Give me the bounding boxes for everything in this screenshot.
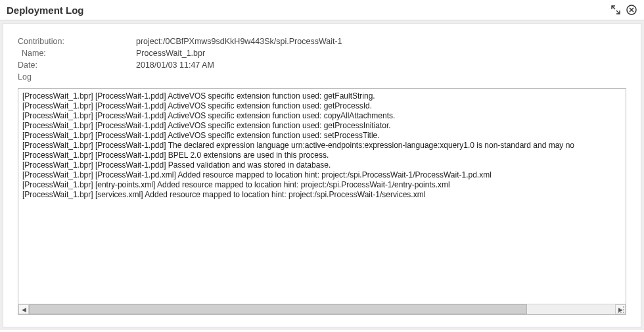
log-line: [ProcessWait_1.bpr] [ProcessWait-1.pdd] …	[22, 151, 622, 160]
log-label: Log	[18, 71, 136, 83]
dialog-body-wrap: Contribution: project:/0CBfPXmws9sdKkH9w…	[0, 20, 644, 330]
log-line: [ProcessWait_1.bpr] [ProcessWait-1.pdd] …	[22, 111, 622, 121]
dialog-body: Contribution: project:/0CBfPXmws9sdKkH9w…	[3, 23, 641, 327]
horizontal-scrollbar[interactable]: ◀ ▶	[18, 304, 626, 314]
log-line: [ProcessWait_1.bpr] [ProcessWait-1.pdd] …	[22, 91, 622, 101]
log-line: [ProcessWait_1.bpr] [ProcessWait-1.pdd] …	[22, 131, 622, 141]
dialog-title: Deployment Log	[7, 5, 84, 16]
svg-point-3	[623, 309, 624, 310]
log-line: [ProcessWait_1.bpr] [ProcessWait-1.pdd] …	[22, 101, 622, 111]
date-label: Date:	[18, 59, 136, 71]
meta-row-log: Log	[18, 71, 626, 83]
dialog-controls	[610, 4, 637, 16]
log-content[interactable]: [ProcessWait_1.bpr] [ProcessWait-1.pdd] …	[18, 89, 626, 304]
resize-grip-icon[interactable]	[617, 306, 625, 314]
svg-point-6	[623, 312, 624, 313]
contribution-label: Contribution:	[18, 36, 136, 47]
log-line: [ProcessWait_1.bpr] [ProcessWait-1.pdd] …	[22, 121, 622, 131]
dialog-header: Deployment Log	[0, 0, 644, 20]
log-line: [ProcessWait_1.bpr] [services.xml] Added…	[22, 190, 622, 200]
meta-table: Contribution: project:/0CBfPXmws9sdKkH9w…	[18, 36, 626, 83]
date-value: 2018/01/03 11:47 AM	[136, 59, 214, 71]
scroll-thumb[interactable]	[29, 304, 527, 314]
meta-row-date: Date: 2018/01/03 11:47 AM	[18, 59, 626, 71]
close-icon[interactable]	[626, 4, 637, 16]
contribution-value: project:/0CBfPXmws9sdKkH9w443Sk/spi.Proc…	[136, 36, 342, 47]
scroll-track[interactable]	[29, 304, 615, 314]
svg-point-1	[623, 306, 624, 308]
meta-row-contribution: Contribution: project:/0CBfPXmws9sdKkH9w…	[18, 36, 626, 47]
log-box: [ProcessWait_1.bpr] [ProcessWait-1.pdd] …	[18, 88, 626, 315]
name-value: ProcessWait_1.bpr	[136, 47, 205, 59]
svg-point-2	[620, 309, 622, 310]
svg-point-5	[620, 312, 622, 313]
svg-point-4	[618, 312, 619, 313]
name-label: Name:	[18, 47, 136, 59]
log-line: [ProcessWait_1.bpr] [ProcessWait-1.pdd] …	[22, 141, 622, 151]
log-line: [ProcessWait_1.bpr] [ProcessWait-1.pd.xm…	[22, 170, 622, 180]
log-line: [ProcessWait_1.bpr] [ProcessWait-1.pdd] …	[22, 160, 622, 170]
meta-row-name: Name: ProcessWait_1.bpr	[18, 47, 626, 59]
scroll-left-arrow-icon[interactable]: ◀	[18, 304, 29, 314]
log-line: [ProcessWait_1.bpr] [entry-points.xml] A…	[22, 180, 622, 190]
expand-icon[interactable]	[610, 4, 622, 16]
